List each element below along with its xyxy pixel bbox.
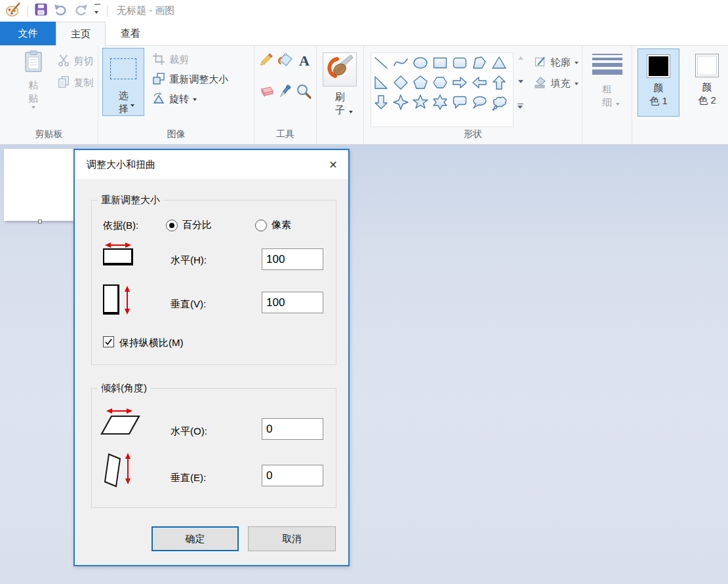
- eraser-tool-button[interactable]: [258, 84, 275, 101]
- shape-arrow-down[interactable]: [371, 92, 391, 112]
- shape-fill-icon: [534, 76, 547, 91]
- resize-label: 重新调整大小: [169, 73, 228, 86]
- horizontal-stretch-icon: [103, 248, 133, 265]
- shapes-group-label: 形状: [364, 127, 582, 144]
- rotate-button[interactable]: 旋转: [152, 92, 228, 107]
- shape-line[interactable]: [371, 53, 391, 73]
- shape-oval-callout[interactable]: [470, 92, 489, 112]
- shape-rounded-rectangle[interactable]: [450, 53, 470, 73]
- save-icon[interactable]: [35, 3, 47, 18]
- fill-tool-button[interactable]: [277, 52, 294, 69]
- shape-arrow-left[interactable]: [470, 73, 489, 92]
- radio-percentage[interactable]: 百分比: [166, 219, 212, 231]
- shape-pentagon[interactable]: [411, 73, 430, 92]
- shape-hexagon[interactable]: [430, 73, 450, 92]
- ok-button[interactable]: 确定: [152, 526, 239, 551]
- select-dropdown-icon: [131, 104, 134, 107]
- pencil-tool-button[interactable]: [258, 52, 275, 69]
- fill-bucket-icon: [277, 52, 293, 71]
- paste-button[interactable]: 粘贴: [12, 50, 54, 127]
- group-clipboard: 粘贴 剪切: [0, 46, 98, 144]
- outline-button[interactable]: 轮廓: [534, 55, 578, 70]
- keep-aspect-checkbox[interactable]: [103, 336, 114, 347]
- tab-view[interactable]: 查看: [106, 22, 155, 45]
- resize-button[interactable]: 重新调整大小: [152, 72, 228, 87]
- skew-vertical-input[interactable]: [262, 465, 323, 486]
- crop-label: 裁剪: [169, 54, 189, 66]
- crop-button[interactable]: 裁剪: [152, 52, 228, 68]
- tab-home[interactable]: 主页: [56, 22, 106, 46]
- rotate-dropdown-icon: [193, 98, 197, 101]
- shape-fill-button[interactable]: 填充: [534, 76, 578, 91]
- color-picker-tool-button[interactable]: [277, 84, 294, 101]
- cut-button[interactable]: 剪切: [57, 54, 94, 69]
- outline-label: 轮廓: [551, 56, 571, 69]
- resize-by-label: 依据(B):: [103, 220, 138, 232]
- size-button[interactable]: 粗细: [592, 54, 622, 127]
- select-button[interactable]: 选择: [102, 48, 144, 116]
- scroll-up-icon[interactable]: [518, 56, 523, 60]
- percentage-option-label: 百分比: [182, 219, 212, 231]
- scroll-down-icon[interactable]: [518, 80, 523, 83]
- dialog-title-bar[interactable]: 调整大小和扭曲 ✕: [75, 150, 348, 179]
- shape-polygon[interactable]: [470, 53, 489, 73]
- copy-button[interactable]: 复制: [57, 75, 94, 90]
- shape-fill-label: 填充: [551, 77, 571, 90]
- size-group-spacer: [582, 127, 632, 144]
- dialog-title: 调整大小和扭曲: [87, 159, 155, 171]
- group-brushes: 刷子: [317, 46, 364, 144]
- paste-dropdown-icon: [31, 106, 35, 109]
- radio-pixels[interactable]: 像素: [255, 219, 291, 231]
- cancel-button[interactable]: 取消: [248, 526, 336, 551]
- shape-arrow-up[interactable]: [489, 73, 509, 92]
- shape-curve[interactable]: [391, 53, 411, 73]
- shape-five-point-star[interactable]: [411, 92, 430, 112]
- text-tool-button[interactable]: A: [296, 52, 313, 69]
- eyedropper-icon: [277, 83, 293, 102]
- canvas[interactable]: [4, 149, 76, 221]
- shape-rectangle[interactable]: [430, 53, 450, 73]
- brushes-button[interactable]: 刷子: [323, 52, 357, 127]
- shape-arrow-right[interactable]: [450, 73, 470, 92]
- redo-icon[interactable]: [74, 3, 88, 18]
- paste-label: 粘贴: [28, 79, 39, 104]
- group-shapes: 轮廓 填充: [364, 46, 583, 144]
- colors-group-spacer: [632, 127, 728, 144]
- rotate-label: 旋转: [169, 93, 189, 106]
- shape-six-point-star[interactable]: [430, 92, 450, 112]
- tab-file[interactable]: 文件: [0, 22, 56, 45]
- resize-horizontal-input[interactable]: [262, 248, 323, 270]
- canvas-resize-handle-bottom[interactable]: [38, 220, 42, 224]
- undo-icon[interactable]: [54, 3, 68, 18]
- toolbar-separator: [107, 5, 108, 17]
- shape-cloud-callout[interactable]: [489, 92, 509, 112]
- magnifier-icon: [296, 83, 312, 102]
- shape-right-triangle[interactable]: [371, 73, 391, 92]
- customize-toolbar-dropdown-icon[interactable]: [94, 4, 100, 18]
- color1-label: 颜色 1: [649, 81, 668, 107]
- gallery-expand-icon[interactable]: [517, 104, 523, 109]
- shape-triangle[interactable]: [489, 53, 509, 73]
- skew-horizontal-input[interactable]: [262, 418, 323, 440]
- resize-group-label: 重新调整大小: [98, 194, 163, 206]
- radio-unselected-icon: [255, 220, 267, 231]
- toolbar-separator: [28, 5, 28, 17]
- group-tools: A: [254, 46, 317, 144]
- dialog-close-button[interactable]: ✕: [318, 150, 348, 179]
- size-label: 粗细: [601, 83, 613, 108]
- resize-vertical-input[interactable]: [262, 292, 323, 313]
- pixels-option-label: 像素: [272, 219, 291, 231]
- paint-logo-icon[interactable]: [5, 2, 21, 20]
- paint-window: 无标题 - 画图 文件 主页 查看 粘贴: [0, 0, 728, 584]
- shape-rounded-callout[interactable]: [450, 92, 470, 112]
- shape-four-point-star[interactable]: [391, 92, 411, 112]
- color1-swatch-frame: [647, 54, 670, 78]
- copy-label: 复制: [74, 77, 94, 89]
- resize-horizontal-label: 水平(H):: [171, 254, 207, 267]
- color2-button[interactable]: 颜色 2: [686, 49, 728, 117]
- color1-button[interactable]: 颜色 1: [637, 49, 679, 117]
- crop-icon: [152, 52, 165, 68]
- shape-ellipse[interactable]: [411, 53, 430, 73]
- shape-diamond[interactable]: [391, 73, 411, 92]
- magnifier-tool-button[interactable]: [296, 84, 313, 101]
